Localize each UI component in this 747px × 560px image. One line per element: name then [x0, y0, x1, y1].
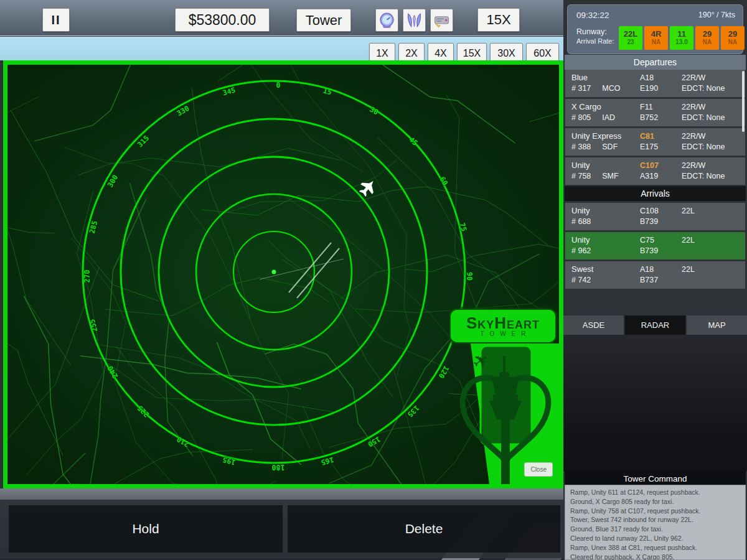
gate-code: C75 — [640, 235, 682, 246]
assigned-runway: 22L — [682, 235, 739, 246]
aircraft-type: B739 — [640, 217, 682, 227]
clock: 09:32:22 — [576, 11, 609, 20]
arrival-row[interactable]: Unity# 962C75B73922L — [565, 232, 745, 259]
logo-subtitle: TOWER — [480, 330, 531, 337]
departure-ident: Unity# 758SMF — [571, 160, 640, 182]
arrival-row[interactable]: Swest# 742A18B73722L — [565, 261, 745, 289]
tab-radar[interactable]: RADAR — [625, 315, 685, 335]
hold-button[interactable]: Hold — [9, 505, 283, 553]
wings-icon — [405, 11, 423, 30]
aircraft-type: B739 — [640, 246, 682, 256]
aircraft-type: B752 — [640, 113, 682, 123]
crystal-ball-button[interactable] — [375, 9, 398, 32]
flight-number: # 758 — [571, 171, 591, 182]
arrivals-list: Unity# 688C108B73922LUnity# 962C75B73922… — [565, 203, 745, 291]
flight-number: # 388 — [571, 142, 591, 152]
edct-value: EDCT: None — [682, 171, 739, 182]
gate-code: A18 — [640, 72, 682, 83]
edct-value: EDCT: None — [682, 142, 739, 152]
arrivals-header: Arrivals — [565, 186, 746, 201]
runway-badge-11[interactable]: 1113.0 — [670, 26, 693, 50]
close-button[interactable]: Close — [524, 462, 553, 477]
radar-display[interactable]: 0153045607590105120135150165180195210225… — [3, 60, 563, 488]
scanner-icon — [433, 11, 451, 30]
log-line: Ramp, Unity 758 at C107, request pushbac… — [570, 506, 740, 516]
runway-rate-labels: Runway: Arrival Rate: — [576, 27, 614, 46]
pause-button[interactable]: II — [42, 8, 70, 32]
departure-gate-type: C107A319 — [640, 160, 682, 182]
logo-title: SkyHeart — [466, 315, 540, 330]
wings-button[interactable] — [403, 9, 426, 32]
tower-command-log[interactable]: Ramp, Unity 611 at C124, request pushbac… — [565, 485, 746, 560]
aircraft-type: E175 — [640, 142, 682, 152]
flight-number: # 317 — [571, 83, 591, 94]
mini-view-area[interactable] — [563, 335, 747, 471]
arrival-ident: Unity# 962 — [571, 235, 640, 257]
arrival-row[interactable]: Unity# 688C108B73922L — [565, 203, 745, 230]
gate-code: C108 — [640, 205, 682, 217]
departures-header: Departures — [565, 55, 746, 70]
scanner-button[interactable] — [430, 9, 453, 32]
runway-badge-rate: NA — [728, 39, 737, 46]
destination-code: MCO — [602, 83, 620, 94]
airline-name: Unity — [571, 235, 640, 246]
log-line: Cleared to land runway 22L, Unity 962. — [570, 534, 740, 543]
skyheart-logo: SkyHeart TOWER ✈ — [446, 306, 559, 484]
delete-button[interactable]: Delete — [288, 505, 560, 553]
runway-badge-rate: NA — [703, 39, 712, 46]
log-line: Ramp, Unex 388 at C81, request pushback. — [570, 543, 740, 553]
log-line: Ground, X Cargo 805 ready for taxi. — [570, 497, 740, 506]
assigned-runway: 22R/W — [682, 72, 739, 83]
tower-view-button[interactable]: Tower — [296, 9, 351, 32]
arrival-runway: 22L — [682, 235, 739, 257]
runway-badge-id: 29 — [728, 30, 737, 39]
airline-name: Unity — [571, 205, 640, 217]
arrival-gate-type: A18B737 — [640, 264, 682, 286]
airline-name: Unity Express — [571, 131, 640, 142]
departure-gate-type: C81E175 — [640, 131, 682, 153]
departure-runway-edct: 22R/WEDCT: None — [682, 72, 739, 95]
departure-runway-edct: 22R/WEDCT: None — [682, 160, 739, 182]
runway-lines — [260, 243, 344, 298]
flight-number: # 962 — [571, 246, 591, 256]
departures-scrollbar[interactable] — [742, 71, 745, 132]
aircraft-type: A319 — [640, 171, 682, 182]
departure-row[interactable]: Unity# 758SMFC107A31922R/WEDCT: None — [565, 157, 745, 185]
departure-ident: X Cargo# 805IAD — [571, 101, 640, 124]
departure-ident: Blue# 317MCO — [571, 72, 640, 95]
airline-name: X Cargo — [571, 101, 640, 113]
runway-badge-22l[interactable]: 22L23 — [619, 26, 642, 50]
tab-map[interactable]: MAP — [687, 315, 747, 335]
log-line: Tower, Swest 742 inbound for runway 22L. — [570, 515, 740, 525]
runway-badge-id: 11 — [677, 30, 686, 39]
departure-row[interactable]: Unity Express# 388SDFC81E17522R/WEDCT: N… — [565, 128, 745, 156]
log-line: Cleared for pushback, X Cargo 805. — [570, 553, 740, 560]
destination-code: SMF — [602, 171, 618, 182]
destination-code: SDF — [602, 142, 618, 152]
status-panel: 09:32:22 190° / 7kts Runway: Arrival Rat… — [567, 4, 743, 54]
departure-runway-edct: 22R/WEDCT: None — [682, 131, 739, 153]
runway-badge-29[interactable]: 29NA — [721, 26, 745, 50]
airline-name: Unity — [571, 160, 640, 171]
arrival-ident: Swest# 742 — [571, 264, 640, 286]
top-toolbar: II $53800.00 Tower 15X — [0, 0, 563, 36]
arrival-runway: 22L — [682, 264, 739, 286]
airline-name: Blue — [571, 72, 640, 83]
destination-code: IAD — [602, 113, 615, 123]
departure-row[interactable]: X Cargo# 805IADF11B75222R/WEDCT: None — [565, 99, 745, 126]
flight-number: # 742 — [571, 275, 591, 286]
tab-asde[interactable]: ASDE — [563, 315, 624, 335]
assigned-runway: 22R/W — [682, 131, 739, 142]
runway-badge-rate: 23 — [627, 39, 634, 46]
compass-label-270: 270 — [83, 270, 92, 283]
runway-badge-4r[interactable]: 4RNA — [644, 26, 668, 50]
current-speed-display[interactable]: 15X — [477, 8, 520, 32]
departure-row[interactable]: Blue# 317MCOA18E19022R/WEDCT: None — [565, 70, 745, 97]
arrival-rate-label: Arrival Rate: — [576, 37, 614, 46]
compass-label-180: 180 — [272, 463, 285, 472]
crystal-ball-icon — [378, 11, 396, 30]
departure-gate-type: A18E190 — [640, 72, 682, 95]
gate-code: C81 — [640, 131, 682, 142]
runway-badge-29[interactable]: 29NA — [695, 26, 719, 50]
runway-label: Runway: — [576, 27, 614, 37]
